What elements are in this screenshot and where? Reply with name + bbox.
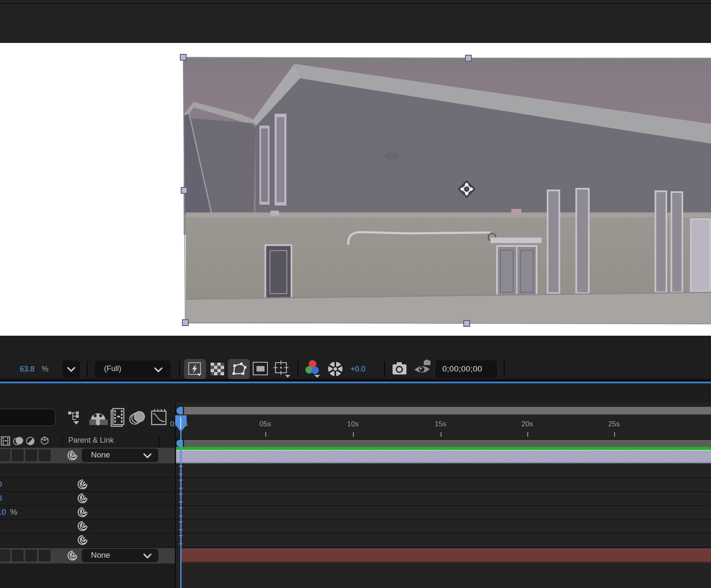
mini-flowchart-button[interactable] — [67, 409, 86, 427]
ruler-tick — [265, 432, 266, 437]
parent-dropdown-layer-2[interactable]: None — [82, 549, 158, 562]
mask-visibility-button[interactable] — [228, 359, 250, 379]
layer-row-2[interactable]: None — [0, 548, 175, 564]
exposure-value[interactable]: +0.0 — [350, 365, 366, 374]
reset-exposure-button[interactable] — [327, 361, 344, 377]
time-ruler[interactable]: 0:00s 05s 10s 15s 20s 25s — [176, 414, 711, 440]
property-pickwhip-icon[interactable] — [77, 534, 88, 546]
ruler-tick — [441, 432, 441, 437]
motion-blur-button[interactable] — [129, 410, 146, 426]
timeline-column-header: Parent & Link — [0, 434, 175, 448]
ruler-label-10s: 10s — [347, 420, 358, 428]
grid-guides-icon — [273, 361, 292, 378]
show-channel-button[interactable] — [304, 359, 322, 379]
transparency-grid-button[interactable] — [210, 362, 225, 377]
parent-dropdown-value: None — [91, 450, 110, 460]
magnification-unit: % — [42, 365, 48, 374]
after-effects-window: 63.8 % (Full) — [0, 0, 711, 588]
row-separator — [0, 519, 176, 520]
show-snapshot-button[interactable] — [414, 360, 432, 377]
row-separator — [176, 533, 711, 534]
toolbar-separator — [297, 361, 298, 377]
ruler-tick — [353, 432, 354, 437]
timeline-navigator-start-handle[interactable] — [176, 407, 183, 414]
row-separator — [176, 477, 711, 478]
property-value[interactable]: 0.0 — [0, 508, 6, 517]
fast-preview-button[interactable] — [184, 359, 206, 379]
graph-editor-button[interactable] — [150, 408, 168, 427]
comp-search-field[interactable] — [0, 409, 56, 426]
layer-switch-cell[interactable] — [39, 449, 51, 461]
layer-bar-1[interactable] — [176, 450, 711, 463]
ruler-label-05s: 05s — [259, 420, 271, 428]
row-separator — [0, 533, 176, 534]
property-pickwhip-icon[interactable] — [77, 478, 88, 490]
chevron-down-icon — [142, 553, 152, 559]
take-snapshot-button[interactable] — [392, 361, 408, 376]
frame-blending-column-icon — [1, 437, 10, 445]
layer-switch-cell[interactable] — [39, 550, 51, 561]
toolbar-separator — [179, 361, 180, 377]
resolution-dropdown[interactable]: (Full) — [95, 361, 171, 378]
layer-switch-cell[interactable] — [25, 449, 37, 461]
toolbar-separator — [504, 361, 505, 377]
layer-switch-cell[interactable] — [12, 550, 24, 561]
column-header-icons — [1, 436, 51, 446]
3d-layer-column-icon — [41, 437, 48, 444]
layer-switch-cell[interactable] — [25, 550, 37, 561]
ruler-tick — [527, 432, 528, 437]
chevron-down-icon — [142, 452, 152, 459]
row-separator — [176, 505, 711, 506]
composition-canvas — [0, 43, 711, 336]
current-time-indicator-line[interactable] — [180, 425, 182, 588]
composition-viewer[interactable] — [0, 43, 711, 336]
switch-cell[interactable] — [0, 549, 10, 561]
timeline-empty-area-left — [0, 564, 175, 588]
layer-switch-cell[interactable] — [12, 449, 24, 461]
ruler-label-25s: 25s — [608, 420, 620, 428]
adjustment-layer-column-icon — [27, 437, 34, 445]
grid-guides-button[interactable] — [273, 361, 292, 378]
parent-dropdown-layer-1[interactable]: None — [82, 449, 158, 462]
region-of-interest-button[interactable] — [252, 361, 269, 377]
timecode-display[interactable]: 0;00;00;00 — [435, 360, 498, 379]
ruler-label-20s: 20s — [521, 420, 533, 428]
current-time-indicator-head-line — [180, 417, 181, 429]
layer-footage-building — [184, 58, 711, 323]
layer-bar-2[interactable] — [181, 548, 711, 563]
property-pickwhip-icon[interactable] — [77, 506, 88, 518]
resolution-value: (Full) — [104, 364, 121, 373]
parent-pickwhip-icon[interactable] — [67, 550, 78, 561]
mask-shape-icon — [231, 362, 247, 376]
switch-cell[interactable] — [0, 449, 10, 461]
motion-blur-column-icon — [13, 437, 23, 445]
column-separator — [62, 435, 63, 446]
shy-guy-icon — [89, 410, 108, 426]
frame-blending-button[interactable] — [110, 408, 126, 427]
row-separator — [176, 547, 711, 548]
lightning-icon — [188, 362, 203, 377]
parent-link-header[interactable]: Parent & Link — [68, 436, 114, 445]
property-value[interactable]: 0 — [0, 494, 2, 503]
magnification-value[interactable]: 63.8 — [20, 365, 35, 374]
top-panel-divider — [0, 3, 711, 4]
shy-layers-button[interactable] — [89, 410, 108, 426]
property-value[interactable]: 0 — [0, 480, 2, 489]
camera-icon — [392, 361, 408, 376]
ruler-tick — [614, 432, 615, 437]
toolbar-separator — [87, 361, 88, 377]
property-pickwhip-icon[interactable] — [77, 492, 88, 504]
chevron-down-icon — [67, 366, 76, 373]
property-pickwhip-icon[interactable] — [77, 520, 88, 532]
parent-pickwhip-icon[interactable] — [67, 449, 78, 461]
checkerboard-icon — [210, 362, 225, 377]
magnification-dropdown-button[interactable] — [62, 361, 80, 378]
row-separator — [0, 477, 176, 478]
graph-editor-icon — [150, 408, 168, 427]
work-area-start-handle[interactable] — [176, 440, 183, 447]
layer-row-1[interactable]: None — [0, 448, 175, 464]
rgb-channels-icon — [304, 359, 322, 379]
row-separator — [176, 519, 711, 520]
timeline-navigator-bar[interactable] — [184, 407, 711, 414]
row-separator — [176, 491, 711, 492]
